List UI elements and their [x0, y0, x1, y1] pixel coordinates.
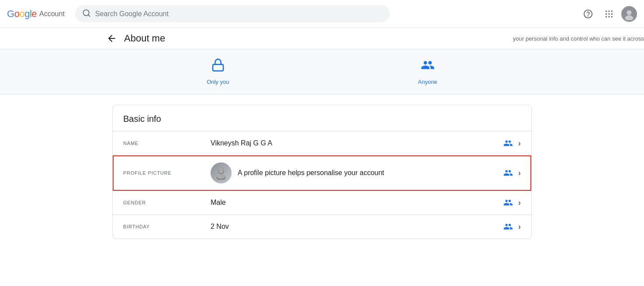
birthday-row-actions: ›	[503, 222, 521, 231]
people-icon	[421, 58, 435, 75]
profile-picture-chevron-icon: ›	[518, 169, 521, 178]
name-row[interactable]: NAME Vikneysh Raj G G A ›	[113, 131, 531, 155]
lock-icon	[211, 58, 225, 75]
gender-label: GENDER	[123, 200, 211, 205]
profile-picture-row-actions: ›	[503, 168, 521, 178]
svg-point-8	[608, 13, 609, 14]
visibility-only-you: Only you	[207, 58, 229, 85]
basic-info-card: Basic info NAME Vikneysh Raj G G A › PRO…	[112, 105, 532, 239]
profile-picture-image	[211, 162, 232, 183]
anyone-label: Anyone	[418, 79, 437, 85]
svg-point-13	[627, 10, 632, 15]
svg-point-11	[608, 16, 609, 17]
name-label: NAME	[123, 141, 211, 146]
birthday-value: 2 Nov	[211, 223, 503, 231]
svg-point-7	[606, 13, 607, 14]
svg-rect-16	[213, 65, 223, 71]
search-bar[interactable]	[75, 5, 390, 22]
birthday-label: BIRTHDAY	[123, 224, 211, 229]
search-icon	[82, 9, 91, 19]
svg-point-5	[608, 10, 609, 11]
svg-point-6	[611, 10, 613, 11]
svg-point-20	[217, 174, 225, 179]
profile-picture-description: A profile picture helps personalise your…	[238, 169, 384, 177]
svg-point-19	[218, 168, 224, 173]
back-button[interactable]	[105, 31, 119, 45]
gender-row-actions: ›	[503, 198, 521, 207]
main-content: Basic info NAME Vikneysh Raj G G A › PRO…	[0, 94, 644, 249]
header: Google Account	[0, 0, 644, 28]
birthday-row[interactable]: BIRTHDAY 2 Nov ›	[113, 215, 531, 238]
help-button[interactable]	[579, 5, 597, 23]
profile-picture-label: PROFILE PICTURE	[123, 170, 211, 176]
page-title: About me	[124, 33, 165, 44]
subheader-description: your personal info and control who can s…	[513, 28, 644, 49]
name-audience-icon	[503, 138, 513, 148]
profile-picture-audience-icon	[503, 168, 513, 178]
visibility-anyone: Anyone	[418, 58, 437, 85]
svg-point-12	[611, 16, 613, 17]
gender-chevron-icon: ›	[518, 198, 521, 207]
logo-g: G	[7, 8, 14, 19]
header-actions	[579, 5, 637, 23]
name-value: Vikneysh Raj G G A	[211, 139, 503, 147]
google-account-logo: Google Account	[7, 8, 65, 20]
svg-line-1	[88, 15, 90, 17]
basic-info-title: Basic info	[113, 105, 531, 131]
logo-g2: g	[24, 8, 30, 19]
svg-point-9	[611, 13, 613, 14]
search-input[interactable]	[95, 10, 383, 18]
gender-row[interactable]: GENDER Male ›	[113, 191, 531, 215]
visibility-section: Only you Anyone	[0, 49, 644, 94]
birthday-audience-icon	[503, 222, 513, 231]
logo-account-text: Account	[39, 10, 65, 18]
visibility-row: Only you Anyone	[112, 58, 532, 85]
avatar[interactable]	[621, 6, 637, 22]
birthday-chevron-icon: ›	[518, 222, 521, 231]
gender-value: Male	[211, 199, 503, 207]
only-you-label: Only you	[207, 79, 229, 85]
svg-point-14	[625, 15, 634, 20]
svg-point-4	[606, 10, 607, 11]
profile-picture-thumbnail	[211, 162, 232, 183]
apps-button[interactable]	[600, 5, 618, 23]
profile-picture-value: A profile picture helps personalise your…	[211, 162, 503, 183]
logo-e: e	[31, 8, 37, 19]
name-chevron-icon: ›	[518, 139, 521, 148]
profile-picture-row[interactable]: PROFILE PICTURE A profile picture helps …	[113, 155, 531, 191]
name-row-actions: ›	[503, 138, 521, 148]
logo-o1: o	[14, 8, 20, 19]
subheader: About me your personal info and control …	[0, 28, 644, 49]
svg-point-10	[606, 16, 607, 17]
logo-o2: o	[19, 8, 24, 19]
gender-audience-icon	[503, 198, 513, 207]
